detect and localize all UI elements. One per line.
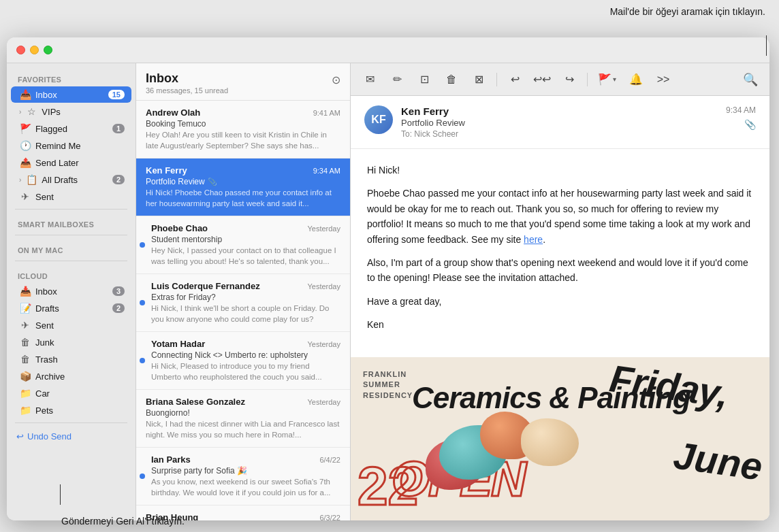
folder-pets-icon: 📁 <box>19 405 31 416</box>
folder-car-icon: 📁 <box>19 388 31 399</box>
traffic-lights <box>16 46 52 54</box>
drafts-icon: 📋 <box>25 174 37 185</box>
zoom-button[interactable] <box>44 46 52 54</box>
sidebar-item-icloud-junk[interactable]: 🗑 Junk <box>11 334 131 350</box>
msg-time: 9:41 AM <box>313 109 340 117</box>
attachment-icon: 📎 <box>208 178 217 186</box>
email-subject-line: Portfolio Review <box>401 118 718 128</box>
messages-container: Andrew Olah 9:41 AM Booking Temuco Hey O… <box>136 101 350 520</box>
mail-window: Favorites 📥 Inbox 15 › ☆ VIPs 🚩 Flagged … <box>7 37 769 520</box>
on-my-mac-label: On My Mac <box>7 239 136 256</box>
sidebar-item-all-drafts[interactable]: › 📋 All Drafts 2 <box>11 171 131 188</box>
sidebar-item-icloud-archive[interactable]: 📦 Archive <box>11 368 131 384</box>
reply-all-button[interactable]: ↩↩ <box>531 70 553 89</box>
more-button[interactable]: >> <box>652 70 674 89</box>
sidebar-icloud-junk-label: Junk <box>35 337 125 348</box>
sidebar-sent-label: Sent <box>35 192 125 202</box>
annotation-line-bottom <box>60 484 61 505</box>
message-item[interactable]: Phoebe Chao Yesterday Student mentorship… <box>136 216 350 274</box>
sidebar-item-icloud-sent[interactable]: ✈ Sent <box>11 317 131 333</box>
sidebar-pets-label: Pets <box>35 405 125 416</box>
sidebar-item-icloud-inbox[interactable]: 📥 Inbox 3 <box>11 283 131 299</box>
archive-icon: 📦 <box>19 371 31 382</box>
portfolio-link[interactable]: here <box>524 234 543 245</box>
undo-send-button[interactable]: ↩ Undo Send <box>7 427 136 446</box>
junk-icon: 🗑 <box>19 337 31 348</box>
forward-button[interactable]: ↪ <box>558 70 580 89</box>
email-time-area: 9:34 AM 📎 <box>726 105 756 130</box>
sidebar-item-inbox[interactable]: 📥 Inbox 15 <box>11 86 131 103</box>
sidebar-all-drafts-label: All Drafts <box>42 175 108 185</box>
sent-icon: ✈ <box>19 191 31 202</box>
message-item[interactable]: Ken Ferry 9:34 AM Portfolio Review 📎 Hi … <box>136 159 350 216</box>
sidebar-item-icloud-trash[interactable]: 🗑 Trash <box>11 351 131 367</box>
msg-preview: Hi Nick, I think we'll be short a couple… <box>146 303 340 325</box>
msg-sender: Briana Salese Gonzalez <box>146 397 302 407</box>
message-item[interactable]: Luis Coderque Fernandez Yesterday Extras… <box>136 274 350 332</box>
sidebar-item-car[interactable]: 📁 Car <box>11 385 131 401</box>
reply-button[interactable]: ↩ <box>504 70 526 89</box>
smart-mailboxes-label: Smart Mailboxes <box>7 214 136 231</box>
move-junk-button[interactable]: ⊠ <box>468 70 490 89</box>
sidebar-icloud-inbox-label: Inbox <box>35 286 108 297</box>
msg-sender: Yotam Hadar <box>151 339 302 349</box>
sidebar-icloud-drafts-label: Drafts <box>35 303 108 314</box>
toolbar-divider-1 <box>496 73 497 86</box>
flag-button[interactable]: 🚩 ▾ <box>594 71 620 88</box>
attachment-paperclip-icon: 📎 <box>744 119 756 130</box>
all-drafts-chevron: › <box>19 176 21 184</box>
send-later-icon: 📤 <box>19 157 31 168</box>
unread-indicator <box>140 300 145 305</box>
blob-container <box>385 398 701 520</box>
message-item[interactable]: Yotam Hadar Yesterday Connecting Nick <>… <box>136 332 350 390</box>
undo-send-label: Undo Send <box>27 431 71 442</box>
minimize-button[interactable] <box>30 46 39 54</box>
icloud-label: iCloud <box>7 265 136 282</box>
msg-subject: Portfolio Review 📎 <box>146 177 340 186</box>
flag-dropdown-arrow[interactable]: ▾ <box>613 76 616 83</box>
vips-chevron: › <box>19 108 21 116</box>
message-item[interactable]: Ian Parks 6/4/22 Surprise party for Sofi… <box>136 448 350 505</box>
sidebar: Favorites 📥 Inbox 15 › ☆ VIPs 🚩 Flagged … <box>7 63 136 520</box>
inbox-subtitle: 36 messages, 15 unread <box>146 86 228 95</box>
sidebar-icloud-sent-label: Sent <box>35 320 125 331</box>
filter-icon[interactable]: ⊙ <box>332 73 340 86</box>
icloud-sent-icon: ✈ <box>19 320 31 331</box>
email-view: ✉ ✏ ⊡ 🗑 ⊠ ↩ ↩↩ ↪ 🚩 ▾ 🔔 >> 🔍 <box>351 63 769 520</box>
sidebar-item-pets[interactable]: 📁 Pets <box>11 402 131 418</box>
invitation-image: FRANKLINSUMMERRESIDENCY Ceramics & Paint… <box>351 357 769 520</box>
sidebar-icloud-archive-label: Archive <box>35 371 125 382</box>
sidebar-car-label: Car <box>35 388 125 399</box>
compose-button[interactable]: ✉ <box>359 70 381 89</box>
msg-time: Yesterday <box>307 225 340 233</box>
unread-indicator <box>140 242 145 248</box>
sidebar-item-vips[interactable]: › ☆ VIPs <box>11 103 131 120</box>
message-item[interactable]: Briana Salese Gonzalez Yesterday Buongio… <box>136 390 350 448</box>
sidebar-item-flagged[interactable]: 🚩 Flagged 1 <box>11 120 131 137</box>
flag-icon: 🚩 <box>19 123 31 134</box>
new-compose-button[interactable]: ✏ <box>386 70 408 89</box>
star-icon: ☆ <box>25 106 37 117</box>
message-item[interactable]: Andrew Olah 9:41 AM Booking Temuco Hey O… <box>136 101 350 159</box>
search-button[interactable]: 🔍 <box>740 70 761 89</box>
close-button[interactable] <box>16 46 25 54</box>
msg-subject: Student mentorship <box>146 235 340 244</box>
blob-cream <box>521 418 579 466</box>
franklin-text: FRANKLINSUMMERRESIDENCY <box>363 369 413 401</box>
msg-subject: Buongiorno! <box>146 408 340 418</box>
sidebar-item-icloud-drafts[interactable]: 📝 Drafts 2 <box>11 300 131 316</box>
archive-button[interactable]: ⊡ <box>413 70 435 89</box>
msg-time: 9:34 AM <box>313 167 340 175</box>
inbox-badge: 15 <box>108 90 125 99</box>
email-sender-name: Ken Ferry <box>401 105 718 117</box>
trash-button[interactable]: 🗑 <box>441 70 462 89</box>
body-paragraph-signature: Ken <box>367 317 753 332</box>
sidebar-icloud-trash-label: Trash <box>35 354 125 365</box>
toolbar-divider-2 <box>587 73 588 86</box>
sidebar-item-sent[interactable]: ✈ Sent <box>11 188 131 205</box>
msg-time: 6/3/22 <box>319 514 340 520</box>
mute-button[interactable]: 🔔 <box>625 70 647 89</box>
sidebar-item-send-later[interactable]: 📤 Send Later <box>11 154 131 171</box>
sidebar-item-remind-me[interactable]: 🕐 Remind Me <box>11 137 131 154</box>
msg-preview: Hey Olah! Are you still keen to visit Kr… <box>146 130 340 151</box>
